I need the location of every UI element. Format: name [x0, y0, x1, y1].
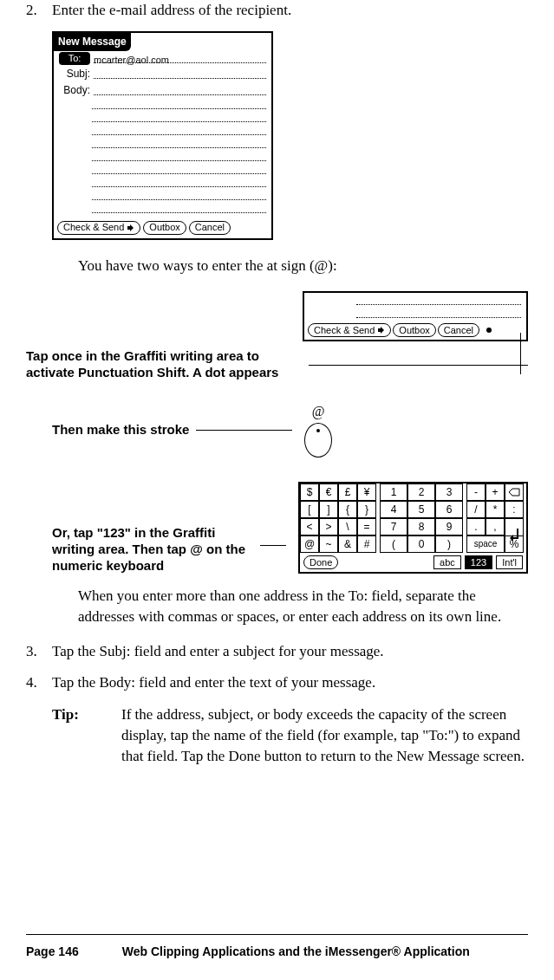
- key: [: [300, 501, 319, 518]
- outbox-button-2: Outbox: [393, 323, 435, 337]
- punctuation-shift-dot-icon: [486, 328, 492, 333]
- key: 1: [380, 484, 407, 501]
- subj-field: [94, 68, 266, 79]
- paragraph-at-sign: You have two ways to enter the at sign (…: [26, 256, 528, 276]
- tab-intl: Int'l: [496, 555, 523, 569]
- palm-screenshot-numeric-keyboard: $ € £ ¥ [ ] { } < > \ =: [298, 482, 528, 574]
- key: ~: [319, 535, 338, 553]
- key: :: [505, 501, 524, 518]
- key: ): [435, 535, 463, 553]
- key: (: [380, 535, 407, 553]
- palm-screenshot-new-message: New Message To: mcarter@aol.com Subj: Bo…: [52, 31, 273, 240]
- step-text: Tap the Body: field and enter the text o…: [52, 672, 528, 693]
- tab-abc: abc: [433, 555, 461, 569]
- callout-numeric-keyboard: Or, tap "123" in the Graffiti writing ar…: [26, 482, 528, 574]
- page-number: Page 146: [26, 944, 79, 961]
- key: &: [338, 535, 357, 553]
- key: 5: [407, 501, 435, 518]
- at-character: @: [299, 402, 337, 421]
- key: =: [357, 518, 376, 535]
- to-field: mcarter@aol.com: [94, 53, 266, 63]
- key-at: @: [300, 535, 319, 553]
- key: /: [466, 501, 486, 518]
- key: 4: [380, 501, 407, 518]
- key: {: [338, 501, 357, 518]
- cancel-button-2: Cancel: [438, 323, 479, 337]
- callout-label-2: Then make this stroke: [52, 422, 189, 438]
- step-text: Tap the Subj: field and enter a subject …: [52, 641, 528, 662]
- key: 2: [407, 484, 435, 501]
- step-number: 2.: [26, 0, 52, 21]
- tab-123: 123: [465, 555, 492, 569]
- graffiti-stroke-icon: [304, 423, 332, 458]
- body-label: Body:: [59, 83, 94, 98]
- page-footer: Page 146 Web Clipping Applications and t…: [26, 934, 528, 961]
- tip-block: Tip: If the address, subject, or body ex…: [26, 704, 528, 766]
- key: *: [486, 501, 505, 518]
- key: %: [505, 535, 524, 553]
- key: +: [486, 484, 505, 501]
- outbox-button: Outbox: [143, 221, 186, 235]
- callout-punctuation-shift: Check & Send Outbox Cancel Tap once in t…: [26, 291, 528, 381]
- key: 0: [407, 535, 435, 553]
- space-key: space: [466, 535, 505, 553]
- check-send-button: Check & Send: [57, 221, 140, 235]
- paragraph-multi-address: When you enter more than one address in …: [26, 586, 528, 627]
- key: #: [357, 535, 376, 553]
- tip-label: Tip:: [52, 704, 121, 766]
- key: -: [466, 484, 486, 501]
- done-button: Done: [303, 555, 338, 569]
- callout-label-1: Tap once in the Graffiti writing area to…: [26, 348, 303, 381]
- step-number: 4.: [26, 672, 52, 693]
- callout-stroke: Then make this stroke @: [26, 402, 528, 458]
- callout-label-3: Or, tap "123" in the Graffiti writing ar…: [52, 525, 251, 574]
- key: }: [357, 501, 376, 518]
- key: 3: [435, 484, 463, 501]
- key: 9: [435, 518, 463, 535]
- key: ,: [486, 518, 505, 535]
- key: ]: [319, 501, 338, 518]
- step-number: 3.: [26, 641, 52, 662]
- key: 7: [380, 518, 407, 535]
- key: ¥: [357, 484, 376, 501]
- key: €: [319, 484, 338, 501]
- key: .: [466, 518, 486, 535]
- body-field: [94, 85, 266, 95]
- window-title: New Message: [54, 33, 131, 51]
- key: \: [338, 518, 357, 535]
- step-2: 2. Enter the e-mail address of the recip…: [26, 0, 528, 21]
- to-label: To:: [59, 52, 90, 65]
- palm-screenshot-bottom-bar: Check & Send Outbox Cancel: [303, 291, 528, 341]
- key: 8: [407, 518, 435, 535]
- chapter-title: Web Clipping Applications and the iMesse…: [122, 944, 470, 961]
- key: <: [300, 518, 319, 535]
- step-text: Enter the e-mail address of the recipien…: [52, 0, 528, 21]
- backspace-key-icon: [505, 484, 524, 501]
- key: 6: [435, 501, 463, 518]
- key: >: [319, 518, 338, 535]
- key: $: [300, 484, 319, 501]
- step-4: 4. Tap the Body: field and enter the tex…: [26, 672, 528, 693]
- subj-label: Subj:: [59, 67, 94, 81]
- cancel-button: Cancel: [189, 221, 231, 235]
- check-send-button-2: Check & Send: [308, 323, 391, 337]
- tip-text: If the address, subject, or body exceeds…: [121, 704, 528, 766]
- key: £: [338, 484, 357, 501]
- step-3: 3. Tap the Subj: field and enter a subje…: [26, 641, 528, 662]
